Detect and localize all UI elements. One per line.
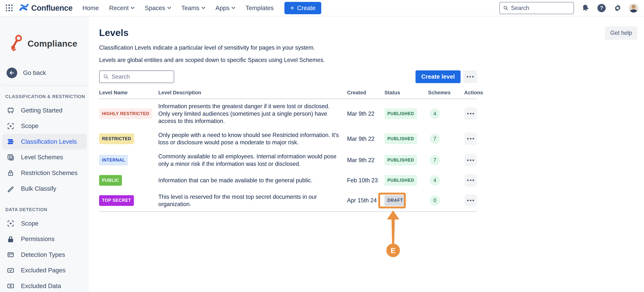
row-actions-button[interactable] [464, 174, 477, 186]
chevron-down-icon [167, 7, 171, 9]
table-row: RESTRICTED Only people with a need to kn… [99, 128, 477, 149]
table-row: PUBLIC Information that can be made avai… [99, 171, 477, 190]
back-arrow-icon [6, 68, 17, 78]
app-switcher-icon[interactable] [6, 5, 13, 12]
pencil-icon [7, 185, 14, 192]
status-badge: PUBLISHED [384, 175, 417, 186]
sidebar-item-permissions[interactable]: Permissions [2, 231, 87, 247]
nav-spaces[interactable]: Spaces [145, 5, 171, 12]
sidebar-item-detection-types[interactable]: Detection Types [2, 247, 87, 263]
chevron-down-icon [202, 7, 205, 9]
section-title-data-detection: DATA DETECTION [6, 207, 89, 212]
row-actions-button[interactable] [464, 107, 477, 120]
level-name-badge: PUBLIC [99, 175, 122, 186]
row-actions-button[interactable] [464, 194, 477, 207]
topbar-right-cluster: ? [499, 2, 638, 14]
levels-table-section: Create level Level Name Level Descriptio… [99, 70, 477, 212]
notifications-bell-icon[interactable] [581, 4, 590, 13]
table-toolbar: Create level [99, 70, 477, 83]
sidebar-item-detection-scope[interactable]: Scope [2, 216, 87, 231]
lock-outline-icon [7, 169, 14, 177]
sidebar-item-bulk-classify[interactable]: Bulk Classify [2, 181, 87, 196]
help-icon[interactable]: ? [597, 4, 606, 13]
created-date: Apr 15th 24 [347, 197, 384, 204]
settings-gear-icon[interactable] [613, 4, 622, 13]
search-icon [103, 73, 109, 80]
stacked-levels-icon [7, 138, 14, 145]
table-more-actions-button[interactable] [463, 70, 477, 83]
sidebar-item-classification-levels[interactable]: Classification Levels [2, 134, 87, 150]
global-search[interactable] [499, 2, 574, 14]
created-date: Mar 9th 22 [347, 156, 384, 164]
card-icon [7, 251, 14, 258]
sidebar-item-scope[interactable]: Scope [2, 118, 87, 134]
annotation-arrow-e: E [384, 210, 402, 258]
nav-recent[interactable]: Recent [109, 5, 134, 12]
nav-home[interactable]: Home [82, 5, 99, 12]
get-help-button[interactable]: Get help [605, 26, 637, 40]
table-search-input[interactable] [112, 73, 170, 80]
column-header-level-name: Level Name [99, 90, 158, 96]
section-title-classification: CLASSIFICATION & RESTRICTION [6, 94, 89, 99]
sidebar-item-excluded-data[interactable]: Excluded Data [2, 278, 87, 292]
intro-line-1: Classification Levels indicate a particu… [99, 44, 644, 52]
nav-templates[interactable]: Templates [246, 5, 274, 12]
create-level-button[interactable]: Create level [416, 70, 460, 83]
main-content: Levels Get help Classification Levels in… [89, 17, 644, 292]
key-icon [10, 34, 23, 54]
create-button[interactable]: + Create [284, 2, 322, 14]
chevron-down-icon [232, 7, 235, 9]
brand-name: Confluence [31, 4, 72, 13]
status-badge: PUBLISHED [384, 155, 417, 165]
level-description: Commonly available to all employees. Int… [158, 153, 347, 168]
global-search-input[interactable] [511, 5, 570, 12]
go-back-button[interactable]: Go back [6, 68, 89, 78]
level-name-badge: HIGHLY RESTRICTED [99, 108, 152, 119]
status-badge: PUBLISHED [384, 108, 417, 119]
table-row: INTERNAL Commonly available to all emplo… [99, 150, 477, 171]
checkbox-card-icon [7, 267, 14, 274]
easel-icon [7, 107, 14, 114]
level-description: Information presents the greatest danger… [158, 103, 347, 125]
level-name-badge: TOP SECRET [99, 195, 134, 206]
plus-card-icon [7, 282, 14, 290]
status-badge: PUBLISHED [384, 133, 417, 144]
intro-line-2: Levels are global entities and are scope… [99, 56, 644, 64]
compliance-sidebar: Compliance Go back CLASSIFICATION & REST… [0, 17, 89, 292]
schemes-count: 7 [430, 134, 440, 144]
status-badge: DRAFT [384, 195, 406, 206]
confluence-logo[interactable]: Confluence [19, 3, 72, 14]
sidebar-item-restriction-schemes[interactable]: Restriction Schemes [2, 165, 87, 181]
annotation-label: E [391, 246, 396, 254]
scope-target-icon [7, 220, 14, 227]
sidebar-item-excluded-pages[interactable]: Excluded Pages [2, 263, 87, 278]
global-navigation-bar: Confluence Home Recent Spaces Teams Apps… [0, 0, 644, 17]
page-title: Levels [99, 27, 644, 38]
table-row: TOP SECRET This level is reserved for th… [99, 190, 477, 212]
columns-icon [7, 154, 14, 161]
app-window: Confluence Home Recent Spaces Teams Apps… [0, 0, 644, 292]
search-icon [503, 5, 508, 11]
primary-nav: Home Recent Spaces Teams Apps Templates [82, 5, 274, 12]
user-avatar[interactable] [629, 4, 638, 13]
column-header-actions: Actions [464, 90, 477, 96]
nav-apps[interactable]: Apps [216, 5, 235, 12]
level-name-badge: RESTRICTED [99, 133, 134, 144]
table-search[interactable] [99, 70, 174, 83]
schemes-count: 4 [430, 109, 440, 119]
sidebar-item-level-schemes[interactable]: Level Schemes [2, 150, 87, 165]
row-actions-button[interactable] [464, 154, 477, 166]
level-name-badge: INTERNAL [99, 155, 128, 165]
created-date: Mar 9th 22 [347, 110, 384, 118]
level-description: This level is reserved for the most top … [158, 193, 347, 208]
plus-icon: + [290, 5, 294, 12]
scope-target-icon [7, 122, 14, 130]
level-description: Information that can be made available t… [158, 177, 347, 184]
row-actions-button[interactable] [464, 133, 477, 145]
created-date: Mar 9th 22 [347, 135, 384, 143]
table-row: HIGHLY RESTRICTED Information presents t… [99, 99, 477, 128]
column-header-schemes: Schemes [428, 90, 464, 96]
level-description: Only people with a need to know should s… [158, 131, 347, 146]
nav-teams[interactable]: Teams [181, 5, 205, 12]
sidebar-item-getting-started[interactable]: Getting Started [2, 103, 87, 118]
